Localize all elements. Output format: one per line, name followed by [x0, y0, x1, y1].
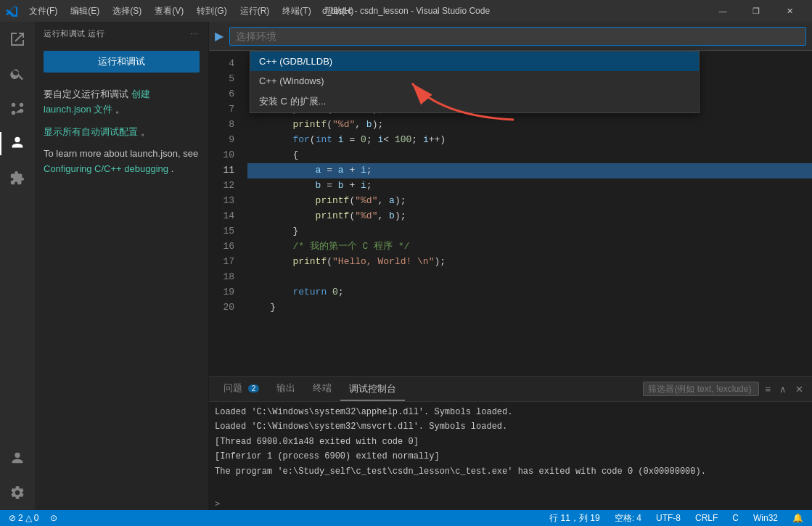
panel-filter: ≡ ∧ ✕ [643, 382, 806, 396]
environment-selector: ▶ C++ (GDB/LLDB) C++ (Windows) 安装 C 的扩展.… [209, 22, 812, 51]
environment-dropdown-menu: C++ (GDB/LLDB) C++ (Windows) 安装 C 的扩展... [250, 51, 700, 113]
status-platform[interactable]: Win32 [750, 513, 781, 523]
problems-badge: 2 [248, 385, 260, 393]
menu-view[interactable]: 查看(V) [149, 4, 189, 19]
debug-console-prompt[interactable]: > [209, 497, 812, 510]
activity-debug-icon[interactable] [0, 126, 35, 161]
status-indent[interactable]: 空格: 4 [612, 512, 644, 525]
minimize-button[interactable]: — [706, 0, 739, 22]
error-count: 2 [18, 513, 23, 523]
panel-expand-icon[interactable]: ∧ [776, 382, 790, 396]
console-line-2: Loaded 'C:\Windows\system32\msvcrt.dll'.… [215, 419, 806, 434]
window-title: c_test.c - csdn_lesson - Visual Studio C… [322, 6, 490, 16]
sidebar-title: 运行和调试 运行 [44, 28, 104, 39]
run-debug-button[interactable]: 运行和调试 [44, 51, 200, 73]
tab-terminal[interactable]: 终端 [304, 377, 340, 400]
sidebar: 运行和调试 运行 ··· 运行和调试 要自定义运行和调试 创建 launch.j… [35, 22, 209, 510]
activity-search-icon[interactable] [0, 57, 35, 91]
status-right: 行 11，列 19 空格: 4 UTF-8 CRLF C Win32 🔔 [546, 512, 806, 525]
status-bar: ⊘ 2 △ 0 ⊙ 行 11，列 19 空格: 4 UTF-8 CRLF C W… [0, 510, 812, 526]
show-all-debug-link[interactable]: 显示所有自动调试配置 [44, 126, 138, 137]
activity-source-control-icon[interactable] [0, 91, 35, 126]
tab-problems[interactable]: 问题 2 [215, 377, 268, 400]
tab-problems-label: 问题 [223, 382, 242, 393]
menu-bar: 文件(F) 编辑(E) 选择(S) 查看(V) 转到(G) 运行(R) 终端(T… [23, 4, 359, 19]
window-controls: — ❐ ✕ [706, 0, 806, 22]
status-encoding[interactable]: UTF-8 [653, 513, 684, 523]
debug-input[interactable] [223, 498, 806, 509]
menu-run[interactable]: 运行(R) [234, 4, 276, 19]
console-line-1: Loaded 'C:\Windows\system32\apphelp.dll'… [215, 405, 806, 419]
warning-icon: △ [25, 513, 32, 523]
sidebar-para2-end: 。 [141, 126, 150, 137]
status-errors[interactable]: ⊘ 2 △ 0 [6, 513, 41, 523]
status-notification[interactable]: 🔔 [790, 513, 806, 523]
status-language[interactable]: C [729, 513, 742, 523]
dropdown-item-cpp-windows[interactable]: C++ (Windows) [250, 71, 699, 91]
sync-icon: ⊙ [50, 513, 57, 523]
error-icon: ⊘ [9, 513, 16, 523]
svg-point-0 [12, 111, 16, 115]
console-line-5: The program 'e:\Study_self\c_test\csdn_l… [215, 464, 806, 479]
sidebar-content: 要自定义运行和调试 创建 launch.json 文件 。 显示所有自动调试配置… [35, 78, 208, 193]
configuring-debug-link[interactable]: Configuring C/C++ debugging [44, 163, 168, 174]
dropdown-item-install-c[interactable]: 安装 C 的扩展... [250, 91, 699, 112]
bottom-panel: 问题 2 输出 终端 调试控制台 ≡ ∧ ✕ Loaded 'C:\Window… [209, 376, 812, 510]
main-container: 运行和调试 运行 ··· 运行和调试 要自定义运行和调试 创建 launch.j… [0, 22, 812, 510]
menu-goto[interactable]: 转到(G) [191, 4, 232, 19]
close-button[interactable]: ✕ [773, 0, 806, 22]
title-bar: 文件(F) 编辑(E) 选择(S) 查看(V) 转到(G) 运行(R) 终端(T… [0, 0, 812, 22]
sidebar-para3-text: To learn more about launch.json, see [44, 148, 198, 159]
warning-count: 0 [34, 513, 39, 523]
filter-input[interactable] [643, 382, 759, 396]
menu-edit[interactable]: 编辑(E) [65, 4, 105, 19]
tab-output[interactable]: 输出 [268, 377, 304, 400]
console-line-3: [Thread 6900.0x1a48 exited with code 0] [215, 435, 806, 449]
status-cursor[interactable]: 行 11，列 19 [546, 512, 602, 525]
environment-input[interactable] [229, 27, 806, 46]
sidebar-more-icon[interactable]: ··· [189, 28, 200, 39]
menu-terminal[interactable]: 终端(T) [276, 4, 316, 19]
tab-debug-console[interactable]: 调试控制台 [340, 378, 405, 400]
svg-point-1 [20, 103, 24, 107]
sidebar-header-icons: ··· [189, 28, 200, 39]
editor-area: ▶ C++ (GDB/LLDB) C++ (Windows) 安装 C 的扩展.… [209, 22, 812, 510]
sidebar-header: 运行和调试 运行 ··· [35, 22, 208, 45]
status-sync[interactable]: ⊙ [47, 513, 60, 523]
debug-console-output: Loaded 'C:\Windows\system32\apphelp.dll'… [209, 402, 812, 497]
menu-file[interactable]: 文件(F) [23, 4, 63, 19]
sidebar-para1-end: 。 [115, 104, 125, 115]
activity-account-icon[interactable] [0, 440, 35, 475]
svg-point-2 [12, 103, 16, 107]
sidebar-para1-text: 要自定义运行和调试 [44, 89, 128, 99]
status-left: ⊘ 2 △ 0 ⊙ [6, 513, 60, 523]
activity-extensions-icon[interactable] [0, 161, 35, 196]
vscode-logo-icon [6, 5, 17, 17]
title-bar-left: 文件(F) 编辑(E) 选择(S) 查看(V) 转到(G) 运行(R) 终端(T… [6, 4, 359, 19]
activity-settings-icon[interactable] [0, 475, 35, 510]
console-line-4: [Inferior 1 (process 6900) exited normal… [215, 449, 806, 464]
activity-explorer-icon[interactable] [0, 22, 35, 57]
dropdown-item-cpp-gdb[interactable]: C++ (GDB/LLDB) [250, 52, 699, 71]
line-numbers: 4 5 6 7 8 9 10 11 12 13 14 15 16 17 18 1… [209, 57, 242, 376]
panel-tabs: 问题 2 输出 终端 调试控制台 ≡ ∧ ✕ [209, 377, 812, 402]
dropdown-input-bar: ▶ [209, 22, 812, 51]
prompt-icon: > [215, 498, 220, 509]
maximize-button[interactable]: ❐ [739, 0, 773, 22]
activity-bar [0, 22, 35, 510]
menu-select[interactable]: 选择(S) [107, 4, 147, 19]
panel-list-icon[interactable]: ≡ [762, 382, 774, 396]
status-eol[interactable]: CRLF [692, 513, 721, 523]
sidebar-para3-end: . [171, 163, 174, 174]
vscode-run-icon: ▶ [215, 29, 223, 43]
panel-close-icon[interactable]: ✕ [792, 382, 806, 396]
